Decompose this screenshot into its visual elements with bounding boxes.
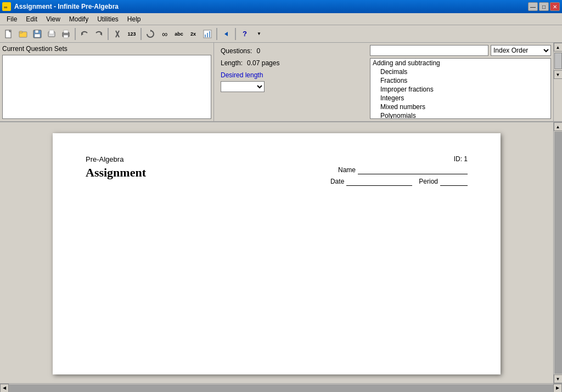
topic-search-input[interactable] [370,45,488,56]
toolbar-separator-3 [140,28,142,40]
svg-rect-5 [19,31,23,33]
properties-icon: 123 [127,31,136,37]
toolbar-separator-2 [108,28,109,40]
middle-panel: Questions: 0 Length: 0.07 pages Desired … [214,43,368,121]
dropdown-arrow-icon: ▼ [257,31,261,36]
print-preview-button[interactable] [45,27,58,41]
menu-modify[interactable]: Modify [65,14,93,24]
main-content: Current Question Sets Questions: 0 Lengt… [0,43,562,392]
lower-inner: Pre-Algebra Assignment ID: 1 Name [0,122,562,383]
minimize-button[interactable]: — [528,2,538,11]
svg-rect-22 [209,31,210,37]
document-area[interactable]: Pre-Algebra Assignment ID: 1 Name [0,122,553,383]
scroll-up-arrow[interactable]: ▲ [554,43,563,52]
topic-item-fractions[interactable]: Fractions [370,76,550,85]
svg-rect-7 [35,30,38,33]
infinity-icon: ∞ [162,30,167,38]
questions-label: Questions: [221,47,252,55]
topic-order-select[interactable]: Index Order Alphabetical [491,45,551,56]
menu-help[interactable]: Help [123,14,145,24]
menu-edit[interactable]: Edit [21,14,42,24]
topic-item-improper-fractions[interactable]: Improper fractions [370,85,550,94]
length-label: Length: [221,59,243,67]
graph-button[interactable] [201,27,214,41]
print-button[interactable] [59,27,72,41]
topic-item-polynomials[interactable]: Polynomials [370,111,550,119]
maximize-button[interactable]: □ [539,2,549,11]
date-underline [346,178,412,186]
scroll-down-arrow[interactable]: ▼ [554,70,563,79]
upper-panel-scrollbar[interactable]: ▲ ▼ [553,43,562,121]
help-dropdown-button[interactable]: ▼ [252,27,266,41]
refresh-button[interactable] [144,27,157,41]
desired-length-select[interactable]: 1 page 2 pages 3 pages 4 pages [221,81,265,92]
desired-length-label: Desired length [221,71,361,79]
numeric-icon: 2x [190,31,196,37]
document-scrollbar[interactable]: ▲ ▼ [553,122,562,383]
svg-rect-13 [64,35,68,38]
scroll-left-arrow[interactable]: ◀ [0,384,9,393]
back-button[interactable] [220,27,233,41]
upper-panel: Current Question Sets Questions: 0 Lengt… [0,43,562,122]
menu-file[interactable]: File [2,14,21,24]
period-underline [440,178,468,186]
window-controls[interactable]: — □ ✕ [528,2,560,11]
period-label: Period [419,178,438,185]
titlebar-left: ∞ Assignment - Infinite Pre-Algebra [2,2,119,11]
open-button[interactable] [16,27,30,41]
bottom-scrollbar[interactable]: ◀ ▶ [0,383,562,392]
topic-item-integers[interactable]: Integers [370,94,550,103]
length-stat-row: Length: 0.07 pages [221,59,361,67]
menu-utilities[interactable]: Utilities [93,14,123,24]
window-title: Assignment - Infinite Pre-Algebra [14,3,119,10]
question-sets-panel: Current Question Sets [0,43,214,121]
topic-group-adding[interactable]: Adding and subtracting [370,59,550,67]
topic-panel: Index Order Alphabetical Adding and subt… [368,43,553,121]
doc-scroll-up-arrow[interactable]: ▲ [554,122,563,131]
scroll-thumb[interactable] [554,53,562,69]
save-button[interactable] [31,27,44,41]
questions-value: 0 [256,47,260,55]
svg-rect-20 [205,35,206,37]
doc-scroll-down-arrow[interactable]: ▼ [554,374,563,383]
topic-list[interactable]: Adding and subtracting Decimals Fraction… [370,58,551,119]
topic-item-decimals[interactable]: Decimals [370,67,550,76]
doc-name-area: ID: 1 Name Date Period [330,155,468,186]
name-underline [358,166,468,174]
redo-button[interactable] [92,27,105,41]
topic-item-mixed-numbers[interactable]: Mixed numbers [370,103,550,111]
desired-length-container: Desired length 1 page 2 pages 3 pages 4 … [221,71,361,92]
toolbar-separator-4 [216,28,217,40]
doc-subject: Pre-Algebra [86,155,146,163]
help-button[interactable]: ? [238,27,251,41]
undo-button[interactable] [78,27,91,41]
toolbar-separator-5 [235,28,236,40]
new-button[interactable] [2,27,15,41]
question-sets-label: Current Question Sets [2,45,211,53]
svg-rect-8 [35,34,40,37]
cut-button[interactable] [111,27,124,41]
name-label: Name [338,166,356,174]
toolbar: 123 ∞ abc 2x ? ▼ [0,25,562,43]
date-label: Date [330,178,344,185]
menubar: File Edit View Modify Utilities Help [0,13,562,25]
titlebar: ∞ Assignment - Infinite Pre-Algebra — □ … [0,0,562,13]
infinity-button[interactable]: ∞ [158,27,171,41]
horizontal-scroll-track[interactable] [9,384,553,392]
question-sets-list[interactable] [2,55,211,119]
svg-rect-12 [64,30,68,33]
scroll-right-arrow[interactable]: ▶ [553,384,562,393]
toolbar-separator-1 [75,28,76,40]
abc-icon: abc [175,31,183,37]
close-button[interactable]: ✕ [550,2,560,11]
doc-subject-title: Pre-Algebra Assignment [86,155,146,180]
properties-button[interactable]: 123 [125,27,138,41]
doc-scroll-track [554,132,562,374]
document-page: Pre-Algebra Assignment ID: 1 Name [53,133,501,374]
numeric-button[interactable]: 2x [187,27,200,41]
doc-name-field: Name [338,166,468,174]
lower-wrapper: Pre-Algebra Assignment ID: 1 Name [0,122,562,392]
abc-button[interactable]: abc [172,27,186,41]
menu-view[interactable]: View [42,14,65,24]
help-icon: ? [243,30,247,38]
